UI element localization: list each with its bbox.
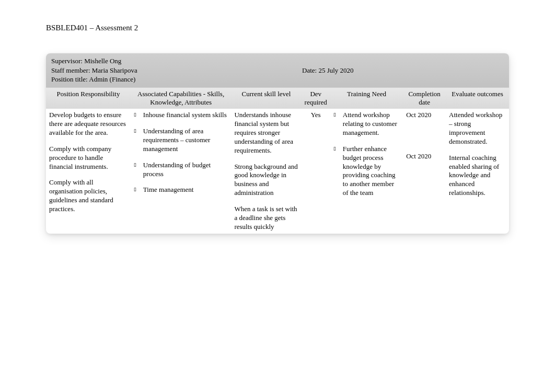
responsibility-paragraph: Comply with company procedure to handle … [49,145,128,171]
capability-text: Understanding of area requirements – cus… [143,127,228,154]
list-item: ▯ Further enhance budget process knowled… [333,145,400,198]
completion-date-value: Oct 2020 [406,111,443,120]
staff-member-label: Staff member: [51,66,92,74]
list-item: ▯ Understanding of budget process [134,161,228,179]
table-row: Develop budgets to ensure there are adeq… [46,109,509,234]
date-label: Date: [302,66,318,74]
header-responsibility: Position Responsibility [46,87,131,109]
completion-date-value: Oct 2020 [406,152,443,161]
position-title-field: Position title: Admin (Finance) [51,75,302,84]
capability-text: Understanding of budget process [143,161,228,179]
skill-paragraph: Strong background and good knowledge in … [234,163,298,198]
training-need-text: Attend workshop relating to customer man… [343,111,400,137]
cell-completion-date: Oct 2020 Oct 2020 [403,109,446,234]
skill-paragraph: When a task is set with a deadline she g… [234,205,298,232]
supervisor-label: Supervisor: [51,57,84,65]
bullet-icon: ▯ [134,161,143,179]
date-value: 25 July 2020 [318,66,353,74]
header-completion-date: Completion date [403,87,446,109]
document-title: BSBLED401 – Assessment 2 [46,24,509,32]
meta-header: Supervisor: Mishelle Ong Staff member: M… [46,53,509,87]
list-item: ▯ Understanding of area requirements – c… [134,127,228,154]
capability-text: Inhouse financial system skills [143,111,228,120]
capability-text: Time management [143,186,228,194]
evaluate-outcome-text: Internal coaching enabled sharing of kno… [449,154,506,198]
bullet-icon: ▯ [134,111,143,120]
supervisor-field: Supervisor: Mishelle Ong [51,56,302,66]
table-header-row: Position Responsibility Associated Capab… [46,87,509,109]
assessment-table: Supervisor: Mishelle Ong Staff member: M… [46,53,509,234]
cell-training-need: ▯ Attend workshop relating to customer m… [330,109,403,234]
list-item: ▯ Inhouse financial system skills [134,111,228,120]
training-need-text: Further enhance budget process knowledge… [343,145,400,198]
header-training-need: Training Need [330,87,403,109]
cell-responsibility: Develop budgets to ensure there are adeq… [46,109,131,234]
staff-member-value: Maria Sharipova [92,66,137,74]
header-skill-level: Current skill level [231,87,301,109]
cell-skill-level: Understands inhouse financial system but… [231,109,301,234]
development-table: Position Responsibility Associated Capab… [46,87,509,234]
header-capabilities: Associated Capabilities - Skills, Knowle… [131,87,232,109]
staff-member-field: Staff member: Maria Sharipova [51,66,302,75]
list-item: ▯ Time management [134,186,228,194]
bullet-icon: ▯ [333,145,343,198]
cell-capabilities: ▯ Inhouse financial system skills ▯ Unde… [131,109,232,234]
bullet-icon: ▯ [134,186,143,194]
cell-dev-required: Yes [302,109,330,234]
cell-evaluate: Attended workshop – strong improvement d… [446,109,509,234]
position-title-value: Admin (Finance) [89,75,135,83]
skill-paragraph: Understands inhouse financial system but… [234,111,298,155]
evaluate-outcome-text: Attended workshop – strong improvement d… [449,111,506,146]
position-title-label: Position title: [51,75,89,83]
responsibility-paragraph: Develop budgets to ensure there are adeq… [49,111,128,137]
list-item: ▯ Attend workshop relating to customer m… [333,111,400,137]
responsibility-paragraph: Comply with all organisation policies, g… [49,178,128,214]
header-dev-required: Dev required [302,87,330,109]
supervisor-value: Mishelle Ong [84,57,121,65]
date-field: Date: 25 July 2020 [302,66,504,75]
header-evaluate: Evaluate outcomes [446,87,509,109]
bullet-icon: ▯ [134,127,143,154]
bullet-icon: ▯ [333,111,343,137]
